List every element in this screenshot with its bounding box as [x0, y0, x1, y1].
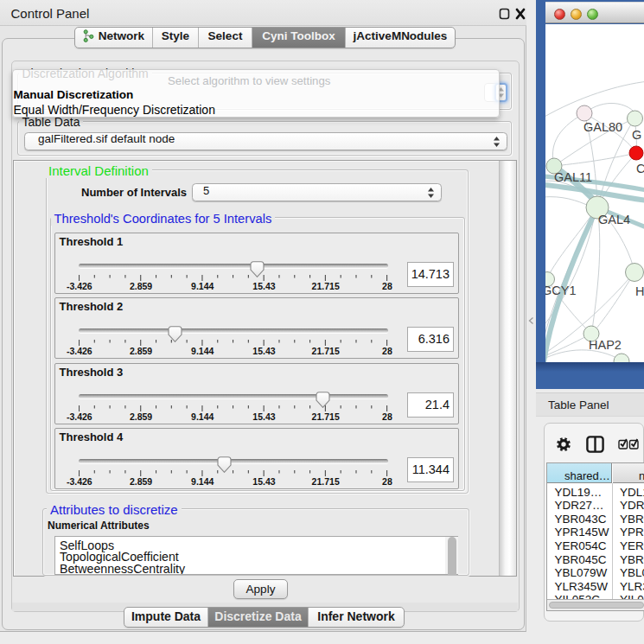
- svg-text:H: H: [635, 284, 644, 298]
- svg-text:G: G: [632, 128, 641, 142]
- svg-text:GAL4: GAL4: [598, 213, 630, 226]
- svg-text:GCY1: GCY1: [545, 284, 577, 297]
- svg-text:GAL11: GAL11: [554, 170, 592, 184]
- svg-text:HAP2: HAP2: [589, 338, 622, 352]
- svg-text:C: C: [636, 162, 644, 175]
- svg-text:GAL80: GAL80: [583, 120, 622, 134]
